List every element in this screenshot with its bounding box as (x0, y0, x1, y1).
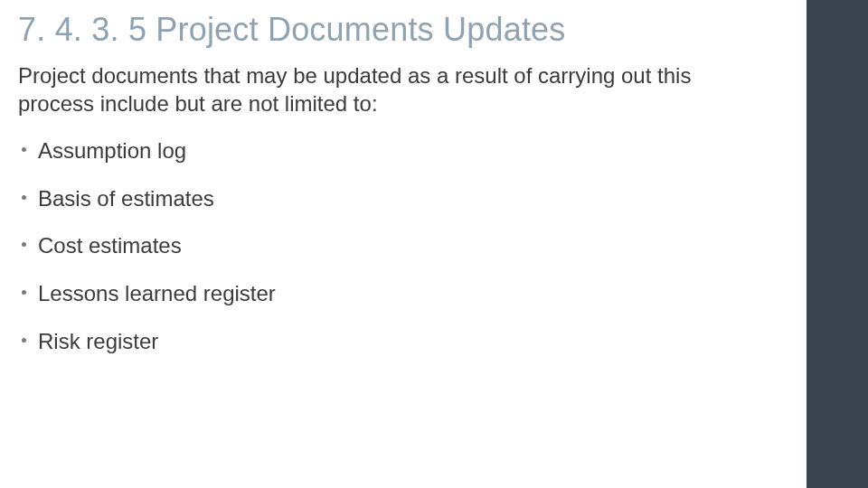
slide-side-accent (807, 0, 868, 488)
list-item-text: Risk register (38, 329, 158, 353)
list-item: Risk register (22, 329, 788, 355)
bullet-list: Assumption log Basis of estimates Cost e… (18, 138, 788, 355)
list-item-text: Basis of estimates (38, 186, 214, 211)
bullet-icon (22, 147, 26, 152)
list-item-text: Cost estimates (38, 233, 182, 258)
slide-title: 7. 4. 3. 5 Project Documents Updates (18, 11, 788, 48)
list-item-text: Lessons learned register (38, 281, 276, 305)
slide-intro-text: Project documents that may be updated as… (18, 62, 760, 117)
list-item: Assumption log (22, 138, 788, 164)
slide-main-area: 7. 4. 3. 5 Project Documents Updates Pro… (0, 0, 807, 488)
bullet-icon (22, 242, 26, 247)
bullet-icon (22, 290, 26, 295)
bullet-icon (22, 195, 26, 200)
list-item: Basis of estimates (22, 186, 788, 212)
list-item-text: Assumption log (38, 138, 186, 163)
bullet-icon (22, 338, 26, 343)
list-item: Cost estimates (22, 233, 788, 259)
list-item: Lessons learned register (22, 281, 788, 307)
